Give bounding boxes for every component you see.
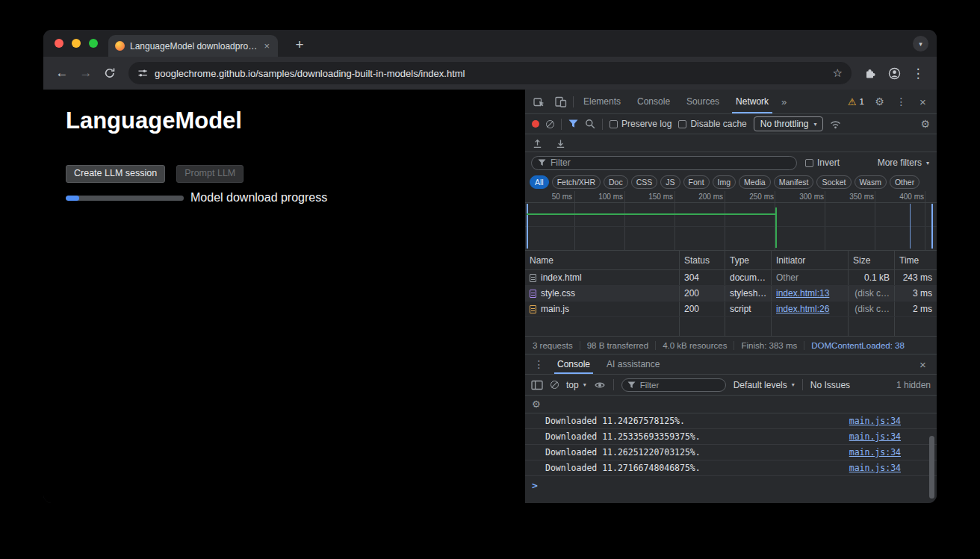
filter-chip-doc[interactable]: Doc bbox=[604, 175, 628, 189]
initiator-link[interactable]: index.html:13 bbox=[776, 288, 829, 299]
devtools-tab-network[interactable]: Network bbox=[729, 90, 775, 113]
drawer-tab-ai-assistance[interactable]: AI assistance bbox=[599, 355, 667, 374]
devtools-tab-elements[interactable]: Elements bbox=[577, 90, 627, 113]
record-network-log-button[interactable] bbox=[532, 120, 539, 128]
console-message-text: Downloaded 11.24267578125%. bbox=[545, 416, 685, 426]
more-tabs-button[interactable]: » bbox=[778, 96, 790, 107]
tab-search-button[interactable]: ▾ bbox=[913, 36, 928, 51]
devtools-tab-console[interactable]: Console bbox=[630, 90, 677, 113]
drawer-tab-console[interactable]: Console bbox=[550, 355, 598, 374]
filter-chip-img[interactable]: Img bbox=[713, 175, 736, 189]
network-request-row[interactable]: index.html 304 docum… Other 0.1 kB 243 m… bbox=[525, 270, 937, 286]
checkbox[interactable] bbox=[610, 120, 618, 128]
address-bar[interactable]: googlechrome.github.io/samples/downloadi… bbox=[128, 62, 852, 84]
site-settings-icon[interactable] bbox=[137, 68, 148, 78]
console-sidebar-icon[interactable] bbox=[531, 380, 543, 390]
filter-chip-font[interactable]: Font bbox=[683, 175, 710, 189]
close-window-button[interactable] bbox=[55, 39, 63, 48]
network-overview-timeline[interactable]: 50 ms 100 ms 150 ms 200 ms 250 ms 300 ms… bbox=[525, 191, 937, 251]
console-source-link[interactable]: main.js:34 bbox=[849, 431, 901, 442]
network-request-row[interactable]: main.js 200 script index.html:26 (disk c… bbox=[525, 302, 937, 317]
column-header-type[interactable]: Type bbox=[725, 251, 772, 269]
column-header-time[interactable]: Time bbox=[895, 251, 937, 269]
filter-chip-js[interactable]: JS bbox=[660, 175, 680, 189]
initiator-link[interactable]: index.html:26 bbox=[776, 304, 829, 314]
device-toolbar-button[interactable] bbox=[551, 93, 570, 111]
create-llm-session-button[interactable]: Create LLM session bbox=[66, 165, 165, 183]
request-name: main.js bbox=[541, 304, 569, 314]
filter-chip-css[interactable]: CSS bbox=[631, 175, 658, 189]
clear-network-log-button[interactable] bbox=[546, 120, 554, 128]
invert-checkbox[interactable]: Invert bbox=[805, 157, 840, 168]
bookmark-star-icon[interactable]: ☆ bbox=[833, 66, 843, 80]
console-source-link[interactable]: main.js:34 bbox=[849, 416, 901, 426]
browser-menu-button[interactable]: ⋮ bbox=[907, 62, 929, 84]
column-header-name[interactable]: Name bbox=[525, 251, 680, 269]
filter-chip-other[interactable]: Other bbox=[890, 175, 919, 189]
request-time: 3 ms bbox=[895, 286, 937, 301]
disable-cache-checkbox[interactable]: Disable cache bbox=[678, 119, 746, 129]
issues-status[interactable]: No Issues bbox=[810, 380, 850, 390]
network-request-row[interactable]: style.css 200 stylesh… index.html:13 (di… bbox=[525, 286, 937, 302]
execution-context-select[interactable]: top ▾ bbox=[566, 380, 586, 390]
filter-icon[interactable] bbox=[568, 119, 578, 128]
forward-button[interactable]: → bbox=[75, 62, 97, 84]
back-button[interactable]: ← bbox=[51, 62, 73, 84]
minimize-window-button[interactable] bbox=[72, 39, 81, 48]
request-type: docum… bbox=[725, 270, 772, 285]
hidden-messages-count[interactable]: 1 hidden bbox=[896, 380, 931, 390]
clear-console-button[interactable] bbox=[551, 381, 559, 389]
export-har-icon[interactable] bbox=[532, 138, 543, 149]
console-settings-button[interactable]: ⚙ bbox=[532, 399, 541, 409]
column-header-status[interactable]: Status bbox=[680, 251, 725, 269]
reload-button[interactable] bbox=[99, 62, 121, 84]
network-conditions-icon[interactable] bbox=[830, 119, 841, 129]
script-file-icon bbox=[530, 305, 536, 313]
throttling-select[interactable]: No throttling ▾ bbox=[754, 116, 824, 131]
column-header-initiator[interactable]: Initiator bbox=[772, 251, 849, 269]
log-levels-select[interactable]: Default levels ▾ bbox=[734, 380, 795, 390]
network-filter-input[interactable] bbox=[551, 157, 790, 168]
filter-chip-all[interactable]: All bbox=[530, 175, 549, 189]
drawer-menu-button[interactable]: ⋮ bbox=[530, 355, 548, 374]
devtools-settings-button[interactable]: ⚙ bbox=[870, 93, 889, 111]
filter-chip-socket[interactable]: Socket bbox=[816, 175, 851, 189]
search-icon[interactable] bbox=[585, 119, 595, 129]
filter-chip-manifest[interactable]: Manifest bbox=[774, 175, 814, 189]
console-source-link[interactable]: main.js:34 bbox=[849, 447, 901, 457]
devtools-tab-sources[interactable]: Sources bbox=[680, 90, 726, 113]
request-size: (disk c… bbox=[849, 302, 895, 316]
console-source-link[interactable]: main.js:34 bbox=[849, 463, 901, 473]
network-settings-button[interactable]: ⚙ bbox=[920, 119, 930, 129]
import-har-icon[interactable] bbox=[555, 138, 566, 149]
console-prompt[interactable]: > bbox=[525, 476, 937, 494]
more-filters-button[interactable]: More filters ▾ bbox=[878, 157, 931, 168]
filter-chip-fetch-xhr[interactable]: Fetch/XHR bbox=[552, 175, 601, 189]
devtools-tabbar: Elements Console Sources Network » ⚠ 1 ⚙… bbox=[525, 90, 937, 114]
new-tab-button[interactable]: + bbox=[290, 35, 309, 54]
browser-tab[interactable]: LanguageModel downloadpro… × bbox=[108, 35, 278, 57]
checkbox[interactable] bbox=[678, 120, 686, 128]
drawer-close-button[interactable]: × bbox=[914, 355, 932, 374]
profile-button[interactable] bbox=[883, 62, 905, 84]
tick-label: 50 ms bbox=[535, 193, 572, 201]
network-filter-box[interactable] bbox=[531, 156, 797, 170]
issues-counter[interactable]: ⚠ 1 bbox=[845, 96, 867, 107]
prompt-llm-button[interactable]: Prompt LLM bbox=[176, 165, 244, 183]
console-filter-input[interactable] bbox=[640, 381, 720, 390]
live-expression-eye-icon[interactable] bbox=[594, 380, 606, 390]
column-header-size[interactable]: Size bbox=[849, 251, 895, 269]
inspect-element-button[interactable] bbox=[530, 93, 548, 111]
extensions-button[interactable] bbox=[859, 62, 881, 84]
preserve-log-checkbox[interactable]: Preserve log bbox=[610, 119, 672, 129]
filter-chip-wasm[interactable]: Wasm bbox=[855, 175, 887, 189]
console-scrollbar-thumb[interactable] bbox=[929, 436, 934, 499]
tab-close-icon[interactable]: × bbox=[262, 40, 271, 52]
page-buttons: Create LLM session Prompt LLM bbox=[66, 165, 244, 183]
devtools-menu-button[interactable]: ⋮ bbox=[892, 93, 911, 111]
devtools-close-button[interactable]: × bbox=[914, 93, 932, 111]
zoom-window-button[interactable] bbox=[89, 39, 98, 48]
checkbox[interactable] bbox=[805, 159, 813, 167]
filter-chip-media[interactable]: Media bbox=[739, 175, 771, 189]
console-filter-box[interactable] bbox=[621, 378, 726, 392]
